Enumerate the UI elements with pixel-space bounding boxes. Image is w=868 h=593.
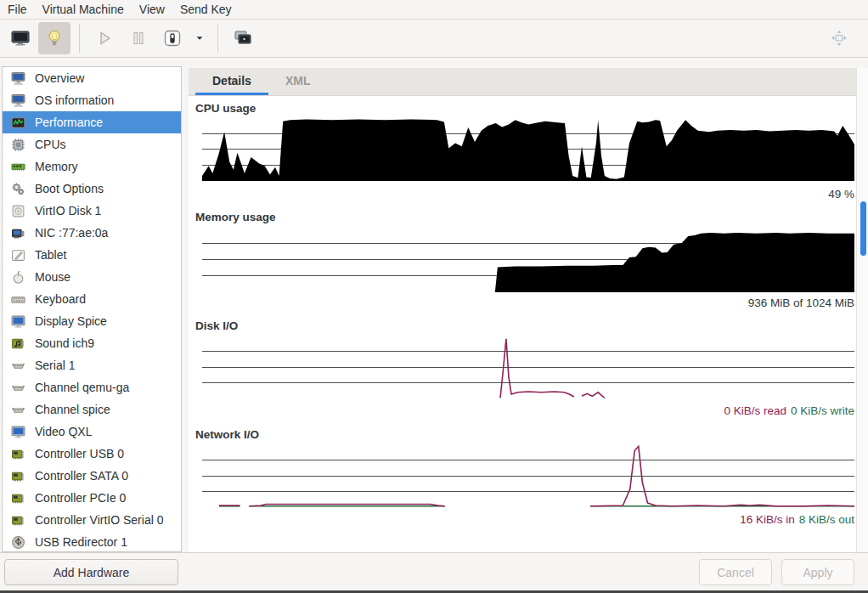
computer-icon [11, 71, 26, 86]
gears-icon [11, 181, 26, 196]
sidebar-item-mouse[interactable]: Mouse [3, 266, 181, 288]
sidebar-item-label: USB Redirector 1 [35, 535, 127, 549]
vertical-scrollbar[interactable] [856, 68, 868, 552]
controller-icon [11, 446, 26, 461]
network-io-value: 16 KiB/s in8 KiB/s out [740, 513, 854, 526]
sidebar-item-label: Video QXL [35, 425, 92, 438]
disk-io-title: Disk I/O [195, 319, 238, 332]
mouse-icon [11, 269, 26, 285]
hardware-list: OverviewOS informationPerformanceCPUsMem… [2, 66, 182, 552]
sound-icon [11, 336, 26, 351]
shutdown-vm-button[interactable] [156, 22, 189, 54]
sidebar-item-performance[interactable]: Performance [3, 111, 181, 133]
sidebar-item-display-spice[interactable]: Display Spice [3, 310, 181, 332]
network-io-title: Network I/O [195, 428, 259, 441]
fullscreen-icon [829, 28, 849, 48]
display-icon [11, 313, 26, 329]
sidebar-item-label: Channel spice [35, 403, 110, 416]
controller-icon [11, 512, 26, 528]
cpu-icon [11, 137, 26, 152]
tab-xml[interactable]: XML [268, 68, 328, 95]
cancel-button[interactable]: Cancel [699, 559, 772, 585]
shutdown-icon [162, 28, 183, 48]
sidebar-item-label: Channel qemu-ga [35, 381, 129, 394]
memory-usage-title: Memory usage [195, 211, 276, 223]
controller-icon [11, 468, 26, 483]
sidebar-item-label: Display Spice [35, 314, 107, 328]
sidebar-item-label: Sound ich9 [35, 336, 94, 350]
scrollbar-thumb[interactable] [860, 201, 866, 256]
fullscreen-button[interactable] [823, 22, 855, 54]
console-window-button[interactable] [227, 22, 259, 54]
disk-io-value: 0 KiB/s read0 KiB/s write [724, 404, 854, 417]
sidebar-item-boot-options[interactable]: Boot Options [3, 178, 181, 200]
sidebar-item-label: Mouse [35, 270, 70, 284]
cpu-usage-title: CPU usage [195, 102, 256, 115]
performance-icon [11, 115, 26, 130]
computer-icon [11, 93, 26, 108]
menu-view[interactable]: View [132, 0, 172, 19]
sidebar-item-keyboard[interactable]: Keyboard [3, 288, 181, 310]
shutdown-menu-button[interactable] [190, 22, 209, 54]
sidebar-item-controller-sata-0[interactable]: Controller SATA 0 [3, 465, 181, 487]
disk-icon [11, 203, 26, 218]
sidebar-item-memory[interactable]: Memory [3, 155, 181, 178]
menu-send-key[interactable]: Send Key [172, 0, 240, 19]
pause-vm-button[interactable] [122, 22, 155, 54]
lightbulb-icon [44, 28, 65, 48]
usb-icon [11, 534, 26, 550]
sidebar-item-sound-ich9[interactable]: Sound ich9 [3, 332, 181, 354]
memory-usage-graph [202, 228, 854, 292]
menu-file[interactable]: File [0, 0, 35, 19]
toolbar [0, 20, 868, 58]
controller-icon [11, 490, 26, 505]
sidebar-item-serial-1[interactable]: Serial 1 [3, 354, 181, 376]
show-graphical-console-button[interactable] [4, 22, 37, 54]
menu-virtual-machine[interactable]: Virtual Machine [35, 0, 132, 19]
sidebar-item-channel-spice[interactable]: Channel spice [3, 398, 181, 421]
cpu-usage-value: 49 % [828, 188, 854, 200]
sidebar-item-os-information[interactable]: OS information [3, 89, 181, 111]
sidebar-item-label: Boot Options [35, 182, 104, 195]
sidebar-item-virtio-disk-1[interactable]: VirtIO Disk 1 [3, 200, 181, 222]
sidebar-item-controller-virtio-serial-0[interactable]: Controller VirtIO Serial 0 [3, 509, 181, 531]
dual-monitor-icon [233, 28, 253, 48]
sidebar-item-tablet[interactable]: Tablet [3, 244, 181, 266]
sidebar-item-label: Controller USB 0 [35, 447, 124, 460]
sidebar-item-overview[interactable]: Overview [3, 67, 181, 89]
network-io-graph [202, 444, 854, 508]
sidebar-item-cpus[interactable]: CPUs [3, 133, 181, 155]
sidebar-item-video-qxl[interactable]: Video QXL [3, 421, 181, 443]
sidebar-item-label: CPUs [35, 138, 66, 151]
tablet-icon [11, 247, 26, 263]
sidebar-item-label: Overview [35, 71, 84, 85]
serial-icon [11, 380, 26, 395]
sidebar-item-label: Serial 1 [35, 359, 75, 372]
tab-details[interactable]: Details [195, 68, 268, 95]
sidebar-item-label: Controller PCIe 0 [35, 491, 126, 505]
sidebar-item-usb-redirector-1[interactable]: USB Redirector 1 [3, 531, 181, 552]
memory-usage-value: 936 MiB of 1024 MiB [748, 296, 854, 309]
sidebar-item-nic-77-ae-0a[interactable]: NIC :77:ae:0a [3, 222, 181, 244]
sidebar-item-controller-pcie-0[interactable]: Controller PCIe 0 [3, 487, 181, 509]
serial-icon [11, 402, 26, 417]
details-pane: DetailsXML CPU usage 49 % Memory usage 9… [189, 68, 856, 552]
footer-bar: Add Hardware Cancel Apply [0, 552, 868, 591]
sidebar-item-channel-qemu-ga[interactable]: Channel qemu-ga [3, 376, 181, 398]
display-icon [11, 424, 26, 439]
toolbar-separator [217, 24, 218, 53]
toolbar-separator [79, 24, 80, 53]
sidebar-item-label: VirtIO Disk 1 [35, 204, 101, 217]
add-hardware-button[interactable]: Add Hardware [4, 559, 178, 585]
apply-button[interactable]: Apply [781, 559, 854, 585]
run-vm-button[interactable] [88, 22, 121, 54]
show-hardware-details-button[interactable] [38, 22, 70, 54]
sidebar-item-label: Tablet [35, 248, 66, 262]
cpu-usage-graph [202, 118, 854, 181]
keyboard-icon [11, 291, 26, 307]
play-icon [94, 28, 115, 48]
sidebar-item-controller-usb-0[interactable]: Controller USB 0 [3, 443, 181, 465]
sidebar-item-label: Memory [35, 160, 78, 173]
caret-down-icon [194, 32, 206, 44]
menu-bar: FileVirtual MachineViewSend Key [0, 0, 868, 20]
